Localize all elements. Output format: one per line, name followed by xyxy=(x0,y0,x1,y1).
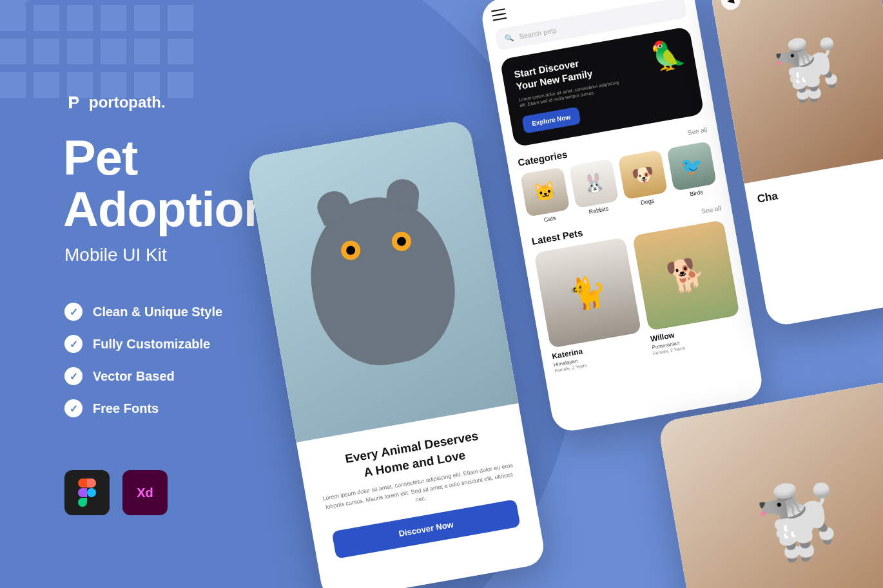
phone-mockup-partial: 🐩 xyxy=(657,380,883,588)
latest-pets-list: 🐈 Katerina Himalayan Female, 2 Years 🐕 W… xyxy=(534,220,744,373)
feature-list: ✓Clean & Unique Style ✓Fully Customizabl… xyxy=(64,303,222,417)
pet-card-willow[interactable]: 🐕 Willow Pomeranian Female, 2 Years xyxy=(632,220,744,356)
svg-text:Xd: Xd xyxy=(137,486,153,500)
category-birds[interactable]: 🐦Birds xyxy=(666,141,718,200)
svg-point-0 xyxy=(87,488,96,497)
search-icon: 🔍 xyxy=(505,33,515,43)
feature-item: ✓Vector Based xyxy=(64,367,222,385)
see-all-link[interactable]: See all xyxy=(701,205,722,215)
pet-image: 🐩 xyxy=(657,380,883,588)
latest-heading: Latest Pets xyxy=(531,227,584,247)
brand-name: portopath. xyxy=(89,93,166,111)
check-icon: ✓ xyxy=(64,367,82,385)
brand-logo: portopath. xyxy=(64,93,166,111)
pet-card-katerina[interactable]: 🐈 Katerina Himalayan Female, 2 Years xyxy=(534,237,646,373)
check-icon: ✓ xyxy=(64,399,82,417)
feature-item: ✓Clean & Unique Style xyxy=(64,303,222,321)
feature-item: ✓Fully Customizable xyxy=(64,335,222,353)
portopath-icon xyxy=(64,93,82,111)
category-cats[interactable]: 🐱Cats xyxy=(520,167,572,225)
feature-item: ✓Free Fonts xyxy=(64,399,222,417)
explore-button[interactable]: Explore Now xyxy=(521,107,581,134)
headline: Pet Adoption xyxy=(63,132,273,235)
tool-badges: Xd xyxy=(64,470,168,515)
categories-heading: Categories xyxy=(517,149,568,168)
xd-icon: Xd xyxy=(122,470,168,515)
decorative-grid xyxy=(0,5,193,98)
check-icon: ✓ xyxy=(64,335,82,353)
parrot-image: 🦜 xyxy=(648,35,688,75)
check-icon: ✓ xyxy=(64,303,82,321)
menu-icon[interactable] xyxy=(491,8,507,21)
figma-icon xyxy=(64,470,110,515)
subheadline: Mobile UI Kit xyxy=(64,245,167,265)
see-all-link[interactable]: See all xyxy=(687,126,708,137)
pet-detail-image: 🐩 xyxy=(709,0,883,184)
category-rabbits[interactable]: 🐰Rabbits xyxy=(569,158,621,217)
category-dogs[interactable]: 🐶Dogs xyxy=(617,150,669,209)
